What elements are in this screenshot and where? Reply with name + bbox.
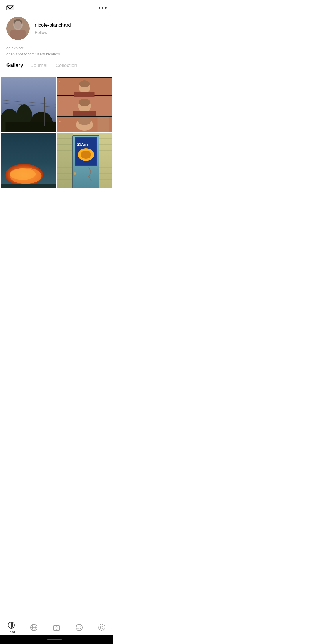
- svg-text:51Am: 51Am: [77, 142, 88, 147]
- svg-rect-66: [57, 133, 73, 188]
- avatar[interactable]: [6, 17, 30, 40]
- svg-text:▲: ▲: [59, 120, 61, 122]
- follow-button[interactable]: Follow: [35, 30, 71, 35]
- svg-rect-33: [57, 116, 112, 117]
- tab-bar: Gallery Journal Collection: [0, 62, 113, 72]
- profile-section: nicole-blanchard Follow: [0, 13, 113, 43]
- svg-rect-15: [44, 97, 45, 126]
- svg-rect-44: [1, 184, 56, 188]
- gallery-item-3[interactable]: [1, 133, 56, 188]
- profile-info: nicole-blanchard Follow: [35, 22, 71, 35]
- svg-text:▲: ▲: [59, 100, 61, 103]
- dot: [105, 7, 107, 9]
- svg-rect-31: [73, 111, 96, 116]
- svg-rect-38: [98, 117, 109, 132]
- dot: [99, 7, 100, 9]
- svg-rect-26: [57, 97, 112, 97]
- top-bar: [0, 0, 113, 13]
- tab-collection[interactable]: Collection: [55, 62, 77, 72]
- gallery-item-2[interactable]: ▲ ▲ ▲: [57, 77, 112, 132]
- svg-rect-19: [57, 77, 112, 78]
- svg-point-37: [78, 117, 91, 125]
- dot: [102, 7, 103, 9]
- bio-section: go explore. open.spotify.com/user/0nicol…: [0, 43, 113, 62]
- gallery-item-1[interactable]: [1, 77, 56, 132]
- bio-text: go explore.: [6, 46, 107, 50]
- svg-point-30: [79, 99, 90, 106]
- svg-point-61: [81, 151, 91, 159]
- svg-point-43: [10, 168, 36, 180]
- svg-text:▲: ▲: [59, 80, 61, 83]
- chevron-down-button[interactable]: [6, 5, 14, 10]
- svg-rect-7: [6, 17, 30, 40]
- tab-gallery[interactable]: Gallery: [6, 62, 23, 72]
- bio-link[interactable]: open.spotify.com/user/0nicole?s: [6, 52, 60, 56]
- tab-journal[interactable]: Journal: [31, 62, 48, 72]
- more-options-button[interactable]: [99, 7, 107, 9]
- gallery-grid: ▲ ▲ ▲: [0, 75, 113, 188]
- username: nicole-blanchard: [35, 22, 71, 28]
- svg-rect-12: [6, 122, 56, 132]
- gallery-item-4[interactable]: 51Am: [57, 133, 112, 188]
- svg-point-65: [74, 172, 76, 175]
- svg-point-23: [79, 80, 90, 87]
